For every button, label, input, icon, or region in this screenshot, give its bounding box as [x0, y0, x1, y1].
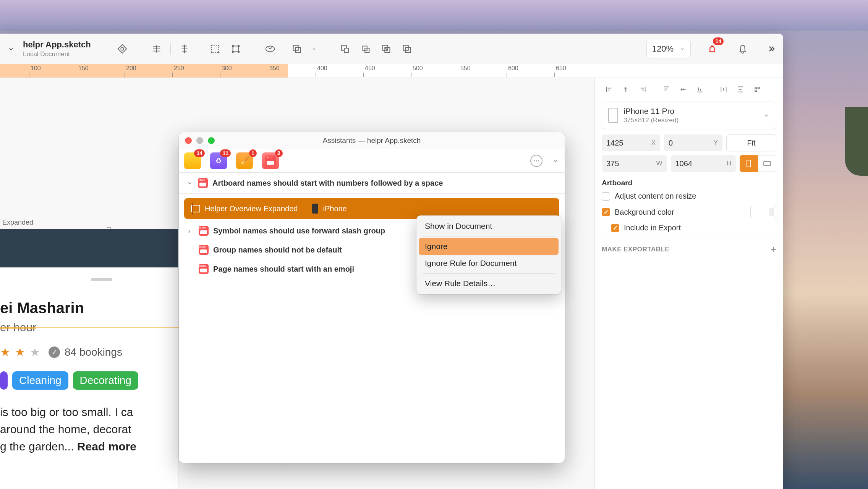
landscape-button[interactable] — [758, 155, 776, 172]
checkbox-checked[interactable] — [611, 224, 619, 232]
zoom-select[interactable]: 120% — [646, 40, 691, 58]
subtract-icon[interactable] — [356, 40, 375, 58]
resize-icon[interactable] — [206, 40, 224, 58]
fit-button[interactable]: Fit — [726, 134, 776, 151]
violation-label: Helper Overview Expanded — [205, 204, 298, 213]
svg-point-9 — [232, 50, 234, 53]
assistant-tab[interactable]: 2 — [262, 152, 279, 169]
chevron-down-icon — [763, 112, 770, 119]
assistant-tab[interactable]: ♻11 — [210, 152, 227, 169]
svg-rect-1 — [212, 45, 219, 52]
svg-rect-23 — [758, 87, 760, 89]
profile-name: ei Masharin — [0, 300, 84, 317]
union-icon[interactable] — [336, 40, 354, 58]
document-title-block: helpr App.sketch Local Document — [23, 40, 99, 58]
align-vertical-icon[interactable] — [175, 40, 194, 58]
align-bottom-icon[interactable] — [693, 83, 707, 96]
menu-ignore[interactable]: Ignore — [419, 238, 559, 255]
artboard-icon — [191, 205, 200, 212]
artboard-label[interactable]: v Expanded — [0, 219, 33, 227]
toolbar-overflow[interactable] — [764, 44, 778, 53]
chevron-down-icon[interactable] — [552, 157, 559, 165]
star-icon: ★ — [15, 345, 25, 359]
svg-point-4 — [211, 52, 212, 53]
assistant-tab[interactable]: 14 — [184, 152, 201, 169]
device-icon — [312, 204, 318, 214]
back-button[interactable] — [5, 42, 17, 56]
notifications-icon[interactable] — [734, 40, 752, 58]
boolean-dropdown[interactable] — [308, 42, 320, 56]
menu-separator — [423, 236, 555, 236]
intersect-icon[interactable] — [377, 40, 395, 58]
assistants-badge: 14 — [713, 37, 724, 45]
profile-bio: is too big or too small. I ca around the… — [0, 403, 136, 455]
tidy-icon[interactable] — [750, 83, 764, 96]
rule-title: Artboard names should start with numbers… — [212, 179, 443, 188]
assistant-tab[interactable]: 🧹1 — [236, 152, 253, 169]
document-subtitle: Local Document — [23, 50, 99, 58]
distribute-h-icon[interactable] — [716, 83, 731, 96]
portrait-button[interactable] — [740, 155, 758, 172]
context-menu: Show in Document Ignore Ignore Rule for … — [416, 215, 561, 294]
difference-icon[interactable] — [398, 40, 416, 58]
assistants-more-button[interactable]: ⋯ — [530, 155, 542, 167]
traffic-lights — [185, 137, 215, 144]
align-top-icon[interactable] — [659, 83, 674, 96]
h-input[interactable]: H — [671, 155, 736, 172]
menu-view-details[interactable]: View Rule Details… — [419, 275, 559, 292]
close-window-button[interactable] — [185, 137, 192, 144]
zoom-window-button[interactable] — [208, 137, 215, 144]
violation-device: iPhone — [323, 204, 347, 213]
rule-icon — [199, 245, 209, 255]
svg-rect-15 — [344, 48, 348, 52]
plus-icon[interactable]: + — [771, 243, 776, 255]
menu-separator — [423, 273, 555, 274]
distribute-v-icon[interactable] — [733, 83, 748, 96]
align-left-icon[interactable] — [602, 83, 616, 96]
svg-rect-22 — [755, 87, 756, 89]
verified-icon: ✓ — [49, 347, 60, 358]
mask-icon[interactable] — [261, 40, 279, 58]
align-horizontal-icon[interactable] — [147, 40, 166, 58]
document-title: helpr App.sketch — [23, 40, 99, 50]
align-right-icon[interactable] — [635, 83, 650, 96]
svg-point-2 — [211, 44, 212, 46]
rule-icon — [199, 264, 209, 274]
minimize-window-button[interactable] — [196, 137, 203, 144]
checkbox[interactable] — [602, 192, 610, 201]
w-input[interactable]: W — [602, 155, 667, 172]
menu-show-in-document[interactable]: Show in Document — [419, 218, 559, 235]
y-input[interactable]: Y — [664, 134, 722, 151]
svg-rect-24 — [755, 90, 756, 92]
menu-ignore-rule[interactable]: Ignore Rule for Document — [419, 255, 559, 272]
device-preset[interactable]: iPhone 11 Pro 375×812 (Resized) — [602, 102, 776, 129]
read-more-link[interactable]: Read more — [77, 440, 136, 453]
x-input[interactable]: X — [602, 134, 660, 151]
rating-row: ★★★ ✓ 84 bookings — [0, 345, 122, 359]
align-center-h-icon[interactable] — [619, 83, 633, 96]
adjust-content-row[interactable]: Adjust content on resize — [602, 192, 776, 201]
tag — [0, 371, 8, 390]
bookings-count: 84 bookings — [65, 346, 122, 358]
background-color-row[interactable]: Background color — [602, 206, 776, 218]
drag-handle[interactable] — [91, 278, 112, 281]
svg-point-5 — [218, 52, 220, 53]
include-export-row[interactable]: Include in Export — [611, 223, 776, 232]
star-icon: ★ — [0, 345, 10, 359]
transform-icon[interactable] — [227, 40, 245, 58]
boolean-icon[interactable] — [288, 40, 306, 58]
color-swatch[interactable] — [750, 206, 776, 218]
align-center-v-icon[interactable] — [676, 83, 690, 96]
rule-group-header[interactable]: Artboard names should start with numbers… — [179, 173, 565, 194]
checkbox-checked[interactable] — [602, 208, 610, 216]
chevron-right-icon: › — [188, 227, 194, 235]
assistants-icon[interactable]: 14 — [703, 40, 721, 58]
artboard-section-title: Artboard — [602, 179, 776, 187]
assistants-titlebar[interactable]: Assistants — helpr App.sketch — [179, 132, 565, 149]
make-exportable-row[interactable]: MAKE EXPORTABLE + — [602, 238, 776, 255]
svg-point-7 — [232, 45, 234, 47]
insert-icon[interactable] — [113, 40, 131, 58]
device-name: iPhone 11 Pro — [623, 107, 758, 116]
rule-icon — [199, 226, 209, 236]
tag-decorating: Decorating — [73, 371, 138, 390]
